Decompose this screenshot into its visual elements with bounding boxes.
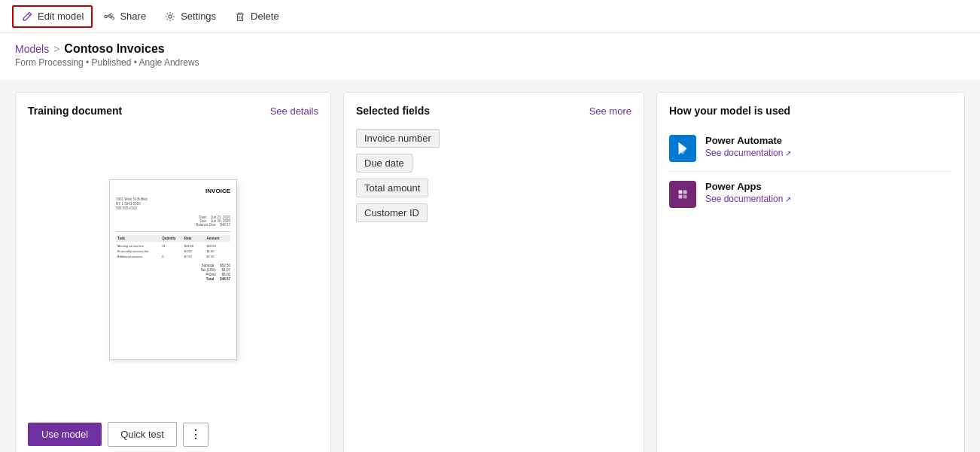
meta-line: Form Processing • Published • Angie Andr… — [15, 57, 965, 77]
doc-address: 1901 West St BuffaloNY 1 5643-5550585-55… — [116, 197, 230, 212]
share-button[interactable]: Share — [96, 7, 154, 26]
toolbar: Edit model Share Settings Delete — [0, 0, 980, 33]
svg-rect-7 — [679, 195, 683, 199]
main-content: Training document See details INVOICE 19… — [0, 80, 980, 452]
see-more-link[interactable]: See more — [589, 105, 632, 117]
svg-rect-8 — [683, 195, 687, 199]
see-details-link[interactable]: See details — [270, 105, 318, 117]
usage-card: How your model is used Power Automate Se… — [656, 92, 965, 452]
meta-sep2: • — [134, 57, 137, 68]
delete-label: Delete — [251, 11, 279, 22]
svg-point-0 — [105, 15, 108, 18]
svg-rect-5 — [679, 191, 683, 194]
doc-table-header: TaskQuantityRateAmount — [116, 235, 230, 242]
field-tag: Due date — [356, 154, 412, 173]
svg-rect-6 — [683, 191, 687, 194]
model-type: Form Processing — [15, 57, 84, 68]
quick-test-button[interactable]: Quick test — [108, 422, 177, 447]
breadcrumb-current: Contoso Invoices — [64, 42, 164, 56]
usage-item: Power Apps See documentation ↗ — [669, 172, 952, 217]
invoice-document: INVOICE 1901 West St BuffaloNY 1 5643-55… — [109, 179, 237, 360]
fields-card-title: Selected fields — [356, 105, 430, 117]
selected-fields-card: Selected fields See more Invoice numberD… — [343, 92, 644, 452]
training-document-card: Training document See details INVOICE 19… — [15, 92, 331, 452]
breadcrumb-separator: > — [53, 43, 59, 55]
model-status: Published — [92, 57, 132, 68]
edit-model-button[interactable]: Edit model — [12, 5, 93, 28]
training-card-header: Training document See details — [28, 105, 318, 117]
breadcrumb-parent[interactable]: Models — [15, 43, 49, 55]
edit-icon — [21, 11, 33, 23]
document-preview: INVOICE 1901 West St BuffaloNY 1 5643-55… — [28, 126, 318, 413]
usage-item: Power Automate See documentation ↗ — [669, 126, 952, 172]
use-model-button[interactable]: Use model — [28, 423, 102, 446]
doc-totals: Subtotal$52.50 Tax (10%)$1.07 Promo$5.00… — [116, 264, 230, 281]
fields-card-header: Selected fields See more — [356, 105, 632, 117]
breadcrumb-area: Models > Contoso Invoices Form Processin… — [0, 33, 980, 80]
usage-info: Power Apps See documentation ↗ — [705, 181, 791, 204]
more-options-button[interactable]: ⋮ — [183, 423, 208, 447]
svg-point-1 — [169, 14, 172, 17]
usage-card-header: How your model is used — [669, 105, 952, 117]
usage-name: Power Automate — [705, 135, 791, 146]
usage-icon-automate — [669, 135, 696, 162]
delete-button[interactable]: Delete — [227, 7, 287, 26]
svg-rect-2 — [236, 14, 245, 14]
settings-icon — [164, 11, 176, 23]
share-icon — [103, 11, 115, 23]
usage-icon-apps — [669, 181, 696, 208]
usage-info: Power Automate See documentation ↗ — [705, 135, 791, 158]
delete-icon — [234, 11, 246, 23]
settings-label: Settings — [181, 11, 216, 22]
model-author: Angie Andrews — [139, 57, 199, 68]
breadcrumb: Models > Contoso Invoices — [15, 42, 965, 56]
more-options-icon: ⋮ — [190, 429, 202, 441]
settings-button[interactable]: Settings — [157, 7, 224, 26]
external-link-icon: ↗ — [785, 149, 791, 157]
usage-doc-link[interactable]: See documentation ↗ — [705, 148, 791, 158]
edit-model-label: Edit model — [38, 11, 84, 22]
usage-name: Power Apps — [705, 181, 791, 192]
doc-table-row: Bi-monthly services fee$1.00$1.00 — [116, 249, 230, 254]
invoice-title-text: INVOICE — [205, 188, 230, 194]
doc-table-row: Meeting service fee31$43.00$43.00 — [116, 243, 230, 249]
usage-card-title: How your model is used — [669, 105, 790, 117]
field-tag: Customer ID — [356, 203, 428, 222]
training-footer: Use model Quick test ⋮ — [28, 413, 318, 447]
share-label: Share — [120, 11, 146, 22]
training-card-title: Training document — [28, 105, 122, 117]
meta-sep1: • — [86, 57, 89, 68]
field-tag: Invoice number — [356, 129, 440, 148]
field-tag: Total amount — [356, 179, 428, 197]
external-link-icon: ↗ — [785, 195, 791, 203]
field-tags-container: Invoice numberDue dateTotal amountCustom… — [356, 129, 632, 222]
usage-doc-link[interactable]: See documentation ↗ — [705, 194, 791, 204]
doc-table-row: Additional services0$7.50$7.50 — [116, 254, 230, 259]
doc-meta: Date: Jun 21, 2020 Due: Jun 26, 2020 Bal… — [116, 215, 230, 227]
